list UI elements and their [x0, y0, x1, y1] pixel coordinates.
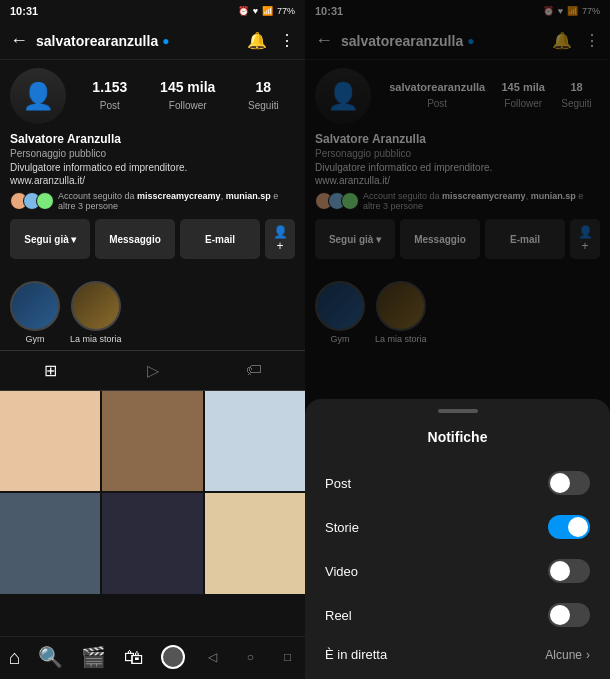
sys-recents-left[interactable]: □ [284, 650, 291, 664]
notification-title: Notifiche [305, 429, 610, 445]
following-label-left: Seguiti [248, 100, 279, 111]
follower-avatars-left [10, 192, 54, 210]
username-left: salvatorearanzulla ● [36, 33, 247, 49]
followers-note-left: Account seguito da misscreamycreamy, mun… [58, 191, 295, 211]
toggle-knob-storie [568, 517, 588, 537]
toggle-knob-video [550, 561, 570, 581]
notification-item-reel: Reel [305, 593, 610, 637]
grid-photo-1[interactable] [0, 391, 100, 491]
follower-avatar-3 [36, 192, 54, 210]
status-icons-left: ⏰ ♥ 📶 77% [238, 6, 295, 16]
status-bar-left: 10:31 ⏰ ♥ 📶 77% [0, 0, 305, 22]
toggle-knob-post [550, 473, 570, 493]
add-user-button-left[interactable]: 👤+ [265, 219, 295, 259]
bell-icon-left[interactable]: 🔔 [247, 31, 267, 50]
battery-icon: 77% [277, 6, 295, 16]
toggle-post[interactable] [548, 471, 590, 495]
sys-back-left[interactable]: ◁ [208, 650, 217, 664]
live-link-arrow: Alcune › [545, 648, 590, 662]
verified-badge-left: ● [162, 34, 169, 48]
story-label-gym: Gym [26, 334, 45, 344]
grid-photo-4[interactable] [0, 493, 100, 593]
notification-item-video: Video [305, 549, 610, 593]
notification-label-post: Post [325, 476, 351, 491]
story-mia[interactable]: La mia storia [70, 281, 122, 344]
stat-posts-left: 1.153 Post [92, 79, 127, 113]
notification-label-video: Video [325, 564, 358, 579]
toggle-video[interactable] [548, 559, 590, 583]
followers-label-left: Follower [169, 100, 207, 111]
stat-followers-left: 145 mila Follower [160, 79, 215, 113]
posts-label-left: Post [100, 100, 120, 111]
profile-nav-left[interactable] [161, 645, 185, 669]
live-arrow-icon: › [586, 648, 590, 662]
following-count-left: 18 [248, 79, 279, 95]
grid-photo-6[interactable] [205, 493, 305, 593]
notification-label-storie: Storie [325, 520, 359, 535]
shop-nav-left[interactable]: 🛍 [124, 646, 144, 669]
home-nav-left[interactable]: ⌂ [9, 646, 21, 669]
notification-label-reel: Reel [325, 608, 352, 623]
back-button-left[interactable]: ← [10, 30, 28, 51]
toggle-reel[interactable] [548, 603, 590, 627]
alarm-icon: ⏰ [238, 6, 249, 16]
right-phone: 10:31 ⏰ ♥ 📶 77% ← salvatorearanzulla ● 🔔… [305, 0, 610, 679]
grid-photo-2[interactable] [102, 391, 202, 491]
followers-count-left: 145 mila [160, 79, 215, 95]
notification-label-live: È in diretta [325, 647, 387, 662]
nav-icons-left: 🔔 ⋮ [247, 31, 295, 50]
bottom-nav-left: ⌂ 🔍 🎬 🛍 ◁ ○ □ [0, 636, 305, 679]
message-button-left[interactable]: Messaggio [95, 219, 175, 259]
stories-row-left: Gym La mia storia [0, 275, 305, 350]
menu-icon-left[interactable]: ⋮ [279, 31, 295, 50]
followers-preview-left: Account seguito da misscreamycreamy, mun… [10, 191, 295, 211]
avatar-image-left: 👤 [10, 68, 66, 124]
tab-grid-left[interactable]: ⊞ [0, 351, 102, 390]
tab-reels-left[interactable]: ▷ [102, 351, 204, 390]
profile-bio-left: Divulgatore informatico ed imprenditore.… [10, 161, 295, 187]
story-label-mia: La mia storia [70, 334, 122, 344]
story-circle-mia [71, 281, 121, 331]
notification-item-storie: Storie [305, 505, 610, 549]
notification-sheet: Notifiche Post Storie Video Reel [305, 399, 610, 679]
toggle-storie[interactable] [548, 515, 590, 539]
top-nav-left: ← salvatorearanzulla ● 🔔 ⋮ [0, 22, 305, 60]
heart-icon: ♥ [253, 6, 258, 16]
notification-item-post: Post [305, 461, 610, 505]
profile-section-left: 👤 1.153 Post 145 mila Follower 18 Seguit… [0, 60, 305, 275]
story-circle-gym [10, 281, 60, 331]
follow-button-left[interactable]: Segui già ▾ [10, 219, 90, 259]
posts-count-left: 1.153 [92, 79, 127, 95]
sys-nav-right: ◁ ○ □ [305, 672, 610, 679]
sheet-handle[interactable] [438, 409, 478, 413]
action-buttons-left: Segui già ▾ Messaggio E-mail 👤+ [10, 219, 295, 259]
photo-grid-left [0, 391, 305, 594]
signal-icon: 📶 [262, 6, 273, 16]
left-phone: 10:31 ⏰ ♥ 📶 77% ← salvatorearanzulla ● 🔔… [0, 0, 305, 679]
profile-category-left: Personaggio pubblico [10, 148, 295, 159]
search-nav-left[interactable]: 🔍 [38, 645, 63, 669]
reels-nav-left[interactable]: 🎬 [81, 645, 106, 669]
sys-home-left[interactable]: ○ [247, 650, 254, 664]
toggle-knob-reel [550, 605, 570, 625]
live-link-text: Alcune [545, 648, 582, 662]
story-gym[interactable]: Gym [10, 281, 60, 344]
profile-name-left: Salvatore Aranzulla [10, 132, 295, 146]
stats-left: 1.153 Post 145 mila Follower 18 Seguiti [76, 79, 295, 113]
grid-photo-3[interactable] [205, 391, 305, 491]
tab-bar-left: ⊞ ▷ 🏷 [0, 350, 305, 391]
status-time-left: 10:31 [10, 5, 38, 17]
profile-stats-row-left: 👤 1.153 Post 145 mila Follower 18 Seguit… [10, 68, 295, 124]
grid-photo-5[interactable] [102, 493, 202, 593]
email-button-left[interactable]: E-mail [180, 219, 260, 259]
avatar-left: 👤 [10, 68, 66, 124]
tab-tagged-left[interactable]: 🏷 [203, 351, 305, 390]
notification-item-live[interactable]: È in diretta Alcune › [305, 637, 610, 672]
stat-following-left: 18 Seguiti [248, 79, 279, 113]
